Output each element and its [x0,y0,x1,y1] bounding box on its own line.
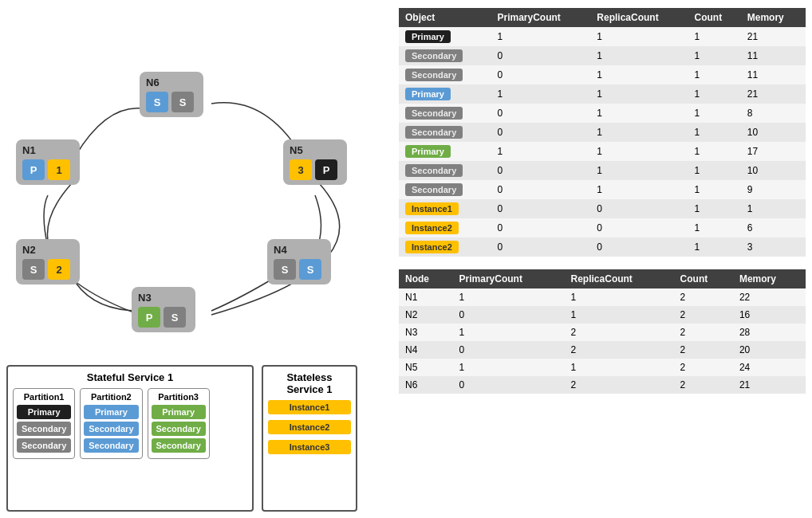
instance3-chip: Instance3 [268,440,351,454]
primary-count: 0 [491,123,591,142]
node-N1-label: N1 [22,144,73,156]
primary-count: 1 [491,84,591,104]
stateless-chips: Instance1 Instance2 Instance3 [268,400,351,457]
primary-count: 0 [491,237,591,257]
replica-count: 1 [590,123,688,142]
object-badge: Secondary [405,183,463,196]
table-row: N2 [399,306,453,324]
replica-count: 1 [590,180,688,199]
node-table: Node PrimaryCount ReplicaCount Count Mem… [399,269,806,394]
count: 1 [688,84,740,104]
node-N1: N1 P 1 [16,139,80,185]
chip-S-N4a: S [274,259,296,280]
primary-count: 0 [453,306,565,324]
memory: 17 [741,142,806,161]
partition1: Partition1 Primary Secondary Secondary [13,388,75,459]
replica-count: 2 [565,341,674,359]
memory: 3 [741,237,806,257]
p2-secondary1: Secondary [84,422,138,436]
memory: 11 [741,46,806,65]
table-row: Primary [399,142,491,161]
node-N2-label: N2 [22,244,73,256]
table-row: Instance2 [399,218,491,237]
chip-2: 2 [48,259,70,280]
node-N2-chips: S 2 [22,259,73,280]
count: 1 [688,180,740,199]
primary-count: 1 [453,324,565,341]
node-N5-label: N5 [290,144,341,156]
partition1-title: Partition1 [17,392,71,402]
object-badge: Instance1 [405,202,459,215]
col-primarycount: PrimaryCount [491,8,591,27]
node-col-primarycount: PrimaryCount [453,269,565,288]
count: 2 [674,324,733,341]
p3-secondary2: Secondary [152,438,206,453]
memory: 1 [741,199,806,218]
replica-count: 0 [590,237,688,257]
col-count: Count [688,8,740,27]
primary-count: 1 [491,142,591,161]
chip-P-black: P [315,159,337,180]
p1-secondary2: Secondary [17,438,71,453]
count: 2 [674,341,733,359]
p2-primary: Primary [84,405,138,419]
stateless-panel: StatelessService 1 Instance1 Instance2 I… [262,365,357,512]
count: 1 [688,218,740,237]
count: 2 [674,359,733,376]
object-table: Object PrimaryCount ReplicaCount Count M… [399,8,806,257]
object-badge: Secondary [405,107,463,120]
table-row: Instance2 [399,237,491,257]
replica-count: 1 [590,161,688,180]
memory: 6 [741,218,806,237]
primary-count: 0 [453,341,565,359]
node-N3-chips: P S [138,307,189,328]
col-replicacount: ReplicaCount [590,8,688,27]
object-badge: Instance2 [405,222,459,234]
object-badge: Secondary [405,69,463,81]
replica-count: 0 [590,218,688,237]
table-row: N6 [399,376,453,394]
chip-S-N6b: S [171,92,194,112]
tables-area: Object PrimaryCount ReplicaCount Count M… [399,8,806,406]
primary-count: 0 [453,376,565,394]
primary-count: 0 [491,104,591,123]
chip-S-N4b: S [299,259,321,280]
p3-primary: Primary [152,405,206,419]
partition2: Partition2 Primary Secondary Secondary [80,388,142,459]
col-object: Object [399,8,491,27]
primary-count: 1 [453,359,565,376]
node-col-count: Count [674,269,733,288]
node-col-replicacount: ReplicaCount [565,269,674,288]
table-row: Primary [399,84,491,104]
instance2-chip: Instance2 [268,420,351,434]
chip-S: S [22,259,45,280]
memory: 21 [741,27,806,46]
object-badge: Primary [405,30,451,43]
replica-count: 1 [590,65,688,84]
memory: 8 [741,104,806,123]
memory: 28 [733,324,806,341]
node-N1-chips: P 1 [22,159,73,180]
node-N3-label: N3 [138,292,189,304]
p1-secondary1: Secondary [17,422,71,436]
table-row: Primary [399,27,491,46]
count: 2 [674,376,733,394]
memory: 11 [741,65,806,84]
memory: 9 [741,180,806,199]
count: 1 [688,65,740,84]
replica-count: 2 [565,324,674,341]
node-table-body: N1 1 1 2 22 N2 0 1 2 16 N3 1 2 2 28 N4 0… [399,288,806,394]
count: 1 [688,46,740,65]
partition2-title: Partition2 [84,392,138,402]
table-row: Instance1 [399,199,491,218]
node-N4-label: N4 [274,244,325,256]
memory: 20 [733,341,806,359]
memory: 21 [733,376,806,394]
count: 1 [688,199,740,218]
count: 1 [688,123,740,142]
node-N6-label: N6 [146,77,197,88]
chip-P: P [22,159,45,180]
replica-count: 2 [565,376,674,394]
count: 1 [688,104,740,123]
partition3: Partition3 Primary Secondary Secondary [148,388,210,459]
